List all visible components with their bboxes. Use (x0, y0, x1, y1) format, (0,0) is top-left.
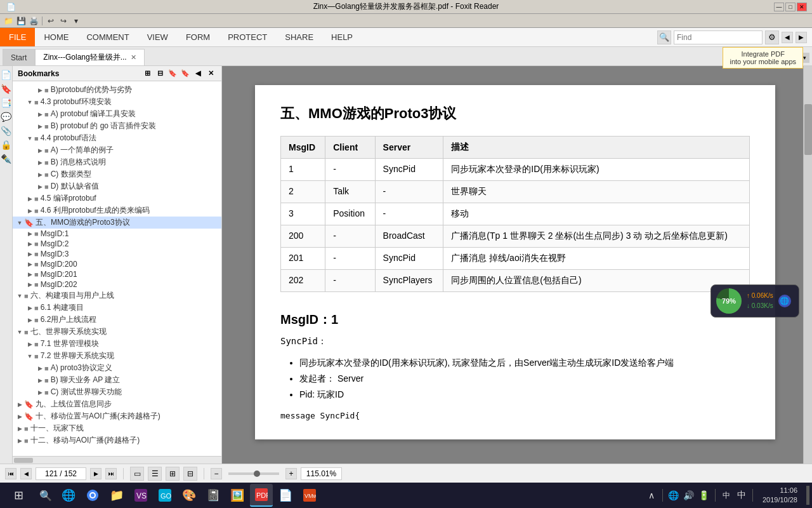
tree-item-4-4-c[interactable]: ▶ ■ C) 数据类型 (13, 168, 221, 180)
menu-protect[interactable]: PROTECT (219, 28, 276, 46)
tree-toggle[interactable]: ▶ (36, 364, 44, 373)
tree-toggle[interactable]: ▶ (36, 388, 44, 397)
sidebar-comment-icon[interactable]: 💬 (1, 112, 11, 122)
tree-item-7-2-a[interactable]: ▶ ■ A) proto3协议定义 (13, 362, 221, 374)
sidebar-attach-icon[interactable]: 📎 (1, 126, 11, 136)
search-next-button[interactable]: ▶ (796, 32, 807, 43)
tree-item-msgid-1[interactable]: ▶ ■ MsgID:1 (13, 229, 221, 239)
taskbar-foxit2-icon[interactable]: 📄 (274, 484, 297, 507)
tree-toggle[interactable]: ▼ (25, 352, 34, 361)
tray-network-icon[interactable]: 🌐 (667, 489, 680, 502)
tree-toggle[interactable]: ▶ (36, 158, 44, 167)
tree-toggle[interactable]: ▶ (25, 260, 34, 269)
tree-item-4-3-a[interactable]: ▶ ■ A) protobuf 编译工具安装 (13, 108, 221, 120)
maximize-button[interactable]: □ (785, 3, 796, 11)
tree-toggle[interactable]: ▶ (15, 400, 24, 409)
tree-toggle[interactable]: ▶ (25, 250, 34, 258)
single-page-view-button[interactable]: ▭ (130, 467, 144, 481)
zoom-slider[interactable] (228, 472, 279, 475)
sidebar-sign-icon[interactable]: ✒️ (1, 154, 11, 164)
sidebar-bookmark-icon[interactable]: 🔖 (1, 84, 11, 94)
zoom-slider-thumb[interactable] (254, 471, 260, 477)
print-icon[interactable]: 🖨️ (28, 15, 39, 27)
tree-toggle[interactable]: ▶ (36, 122, 44, 131)
tab-start[interactable]: Start (3, 49, 35, 65)
tree-item-7-1[interactable]: ▶ ■ 7.1 世界管理模块 (13, 338, 221, 350)
sidebar-lock-icon[interactable]: 🔒 (1, 140, 11, 150)
tree-toggle[interactable]: ▶ (25, 340, 34, 349)
tab-close-icon[interactable]: ✕ (131, 53, 136, 62)
taskbar-vmware-icon[interactable]: VMw (298, 484, 321, 507)
sidebar-layers-icon[interactable]: 📑 (1, 98, 11, 108)
h-scroll-thumb[interactable] (14, 458, 33, 463)
ime-language-button[interactable]: 中 (720, 490, 733, 501)
tree-item-msgid-201[interactable]: ▶ ■ MsgID:201 (13, 269, 221, 279)
panel-collapse-icon[interactable]: ◀ (192, 68, 204, 79)
tree-toggle[interactable]: ▼ (15, 328, 24, 337)
tree-item-eleven[interactable]: ▶ ■ 十一、玩家下线 (13, 422, 221, 434)
tree-toggle[interactable]: ▶ (15, 436, 24, 445)
pdf-scroll-container[interactable]: 五、MMO游戏的Proto3协议 MsgID Client Server 描述 … (222, 66, 812, 464)
start-button[interactable]: ⊞ (3, 484, 34, 507)
tree-item-protobuf-b[interactable]: ▶ ■ B)protobuf的优势与劣势 (13, 84, 221, 96)
tree-toggle[interactable]: ▶ (36, 146, 44, 155)
zoom-in-button[interactable]: + (285, 468, 297, 479)
tree-item-4-3[interactable]: ▼ ■ 4.3 protobuf环境安装 (13, 96, 221, 108)
integrate-pdf-banner[interactable]: Integrate PDF into your mobile apps (723, 47, 803, 69)
taskbar-foxit-icon[interactable]: PDF (250, 484, 273, 507)
taskbar-chrome-icon[interactable] (81, 484, 104, 507)
page-next-button[interactable]: ▶ (90, 468, 102, 479)
taskbar-onenote-icon[interactable]: 📓 (202, 484, 225, 507)
page-first-button[interactable]: ⏮ (5, 468, 16, 479)
tree-item-4-4-a[interactable]: ▶ ■ A) 一个简单的例子 (13, 144, 221, 156)
tree-toggle[interactable]: ▶ (36, 376, 44, 385)
tree-toggle[interactable]: ▼ (15, 291, 24, 300)
tree-toggle[interactable]: ▶ (36, 170, 44, 179)
search-magnifier-icon[interactable]: 🔍 (657, 30, 671, 44)
undo-icon[interactable]: ↩ (45, 15, 56, 27)
menu-view[interactable]: VIEW (138, 28, 177, 46)
tray-expand-icon[interactable]: ∧ (645, 489, 658, 502)
tree-item-msgid-3[interactable]: ▶ ■ MsgID:3 (13, 249, 221, 259)
menu-share[interactable]: SHARE (276, 28, 322, 46)
tray-battery-icon[interactable]: 🔋 (698, 489, 710, 502)
tree-toggle[interactable]: ▼ (25, 134, 34, 143)
tree-item-seven[interactable]: ▼ ■ 七、世界聊天系统实现 (13, 326, 221, 338)
tree-item-five[interactable]: ▼ 🔖 五、MMO游戏的Proto3协议 (13, 217, 221, 229)
system-clock[interactable]: 11:06 2019/10/28 (757, 486, 802, 505)
menu-form[interactable]: FORM (177, 28, 219, 46)
taskbar-vs-icon[interactable]: VS (129, 484, 152, 507)
tree-toggle[interactable]: ▶ (36, 86, 44, 95)
page-input[interactable] (36, 467, 86, 480)
bookmark-expand-icon[interactable]: ⊞ (141, 68, 153, 79)
scroll-thumb[interactable] (804, 104, 812, 155)
tree-item-msgid-2[interactable]: ▶ ■ MsgID:2 (13, 239, 221, 249)
search-taskbar-button[interactable]: 🔍 (34, 484, 57, 507)
zoom-input[interactable] (301, 467, 342, 480)
menu-comment[interactable]: COMMENT (77, 28, 138, 46)
tree-item-4-5[interactable]: ▶ ■ 4.5 编译protobuf (13, 192, 221, 204)
tree-toggle[interactable]: ▼ (15, 218, 24, 227)
sidebar-page-icon[interactable]: 📄 (1, 70, 11, 80)
tree-toggle[interactable]: ▶ (15, 412, 24, 421)
tree-item-7-2-b[interactable]: ▶ ■ B) 聊天业务 AP 建立 (13, 374, 221, 386)
tree-item-msgid-202[interactable]: ▶ ■ MsgID:202 (13, 279, 221, 290)
taskbar-go-icon[interactable]: GO (154, 484, 176, 507)
search-input[interactable] (674, 30, 763, 44)
tree-toggle[interactable]: ▶ (36, 182, 44, 191)
menu-home[interactable]: HOME (35, 28, 77, 46)
menu-help[interactable]: HELP (322, 28, 362, 46)
taskbar-photos-icon[interactable]: 🖼️ (226, 484, 249, 507)
menu-file[interactable]: FILE (0, 28, 35, 46)
page-last-button[interactable]: ⏭ (105, 468, 117, 479)
tree-item-4-6[interactable]: ▶ ■ 4.6 利用protobuf生成的类来编码 (13, 204, 221, 217)
tree-item-msgid-200[interactable]: ▶ ■ MsgID:200 (13, 259, 221, 269)
tree-item-4-3-b[interactable]: ▶ ■ B) protobuf 的 go 语言插件安装 (13, 120, 221, 132)
tree-item-7-2-c[interactable]: ▶ ■ C) 测试世界聊天功能 (13, 386, 221, 398)
panel-close-icon[interactable]: ✕ (205, 68, 216, 79)
tree-toggle[interactable]: ▶ (25, 206, 34, 215)
close-button[interactable]: ✕ (797, 3, 807, 11)
horizontal-scrollbar[interactable] (13, 456, 221, 464)
tree-toggle[interactable]: ▼ (25, 98, 34, 107)
page-prev-button[interactable]: ◀ (20, 468, 32, 479)
